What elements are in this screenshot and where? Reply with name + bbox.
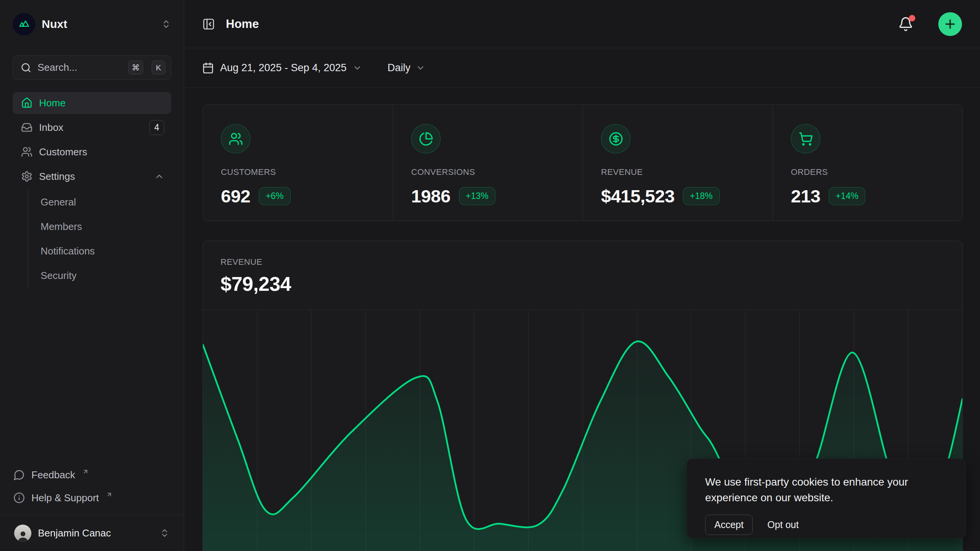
stat-value: 213 bbox=[791, 186, 820, 207]
date-range-picker[interactable]: Aug 21, 2025 - Sep 4, 2025 bbox=[202, 62, 362, 74]
stat-value: $415,523 bbox=[601, 186, 675, 207]
search-input[interactable]: Search... ⌘ K bbox=[13, 55, 171, 80]
inbox-count-badge: 4 bbox=[149, 120, 164, 135]
stat-card-revenue[interactable]: REVENUE $415,523 +18% bbox=[583, 105, 773, 221]
cookie-banner: We use first-party cookies to enhance yo… bbox=[686, 458, 966, 539]
sidebar-item-settings[interactable]: Settings bbox=[13, 165, 171, 187]
stats-cards: CUSTOMERS 692 +6% CONVERSIONS 1986 +13% bbox=[203, 104, 963, 221]
stat-value: 1986 bbox=[411, 186, 451, 207]
sidebar-item-notifications[interactable]: Notifications bbox=[28, 239, 171, 263]
sidebar-item-home[interactable]: Home bbox=[13, 92, 171, 114]
pie-chart-icon bbox=[411, 124, 441, 153]
sidebar-item-general[interactable]: General bbox=[28, 190, 171, 214]
sidebar-item-members[interactable]: Members bbox=[28, 214, 171, 239]
sidebar-item-label: Inbox bbox=[39, 122, 64, 134]
granularity-value: Daily bbox=[387, 62, 410, 74]
search-icon bbox=[21, 62, 31, 73]
chevron-down-icon bbox=[416, 63, 425, 73]
add-button[interactable] bbox=[938, 12, 962, 36]
help-support-link[interactable]: Help & Support bbox=[13, 486, 171, 509]
stat-delta-badge: +14% bbox=[829, 187, 865, 205]
dollar-circle-icon bbox=[601, 124, 630, 153]
feedback-link[interactable]: Feedback bbox=[13, 463, 171, 486]
stat-delta-badge: +13% bbox=[459, 187, 495, 205]
kbd-k: K bbox=[152, 60, 165, 75]
sidebar-nav: Home Inbox 4 Customers Settings Ge bbox=[13, 92, 171, 288]
kbd-meta: ⌘ bbox=[128, 60, 143, 75]
external-link-icon bbox=[82, 468, 89, 475]
nuxt-logo bbox=[13, 13, 35, 36]
revenue-chart-header: REVENUE $79,234 bbox=[203, 241, 962, 310]
subnav-label: Notifications bbox=[41, 245, 95, 257]
gear-icon bbox=[21, 171, 33, 182]
subnav-label: General bbox=[41, 196, 76, 208]
chevrons-up-down-icon bbox=[161, 19, 171, 29]
chevrons-up-down-icon bbox=[160, 528, 170, 538]
sidebar-item-label: Customers bbox=[39, 146, 87, 158]
sidebar-item-customers[interactable]: Customers bbox=[13, 141, 171, 163]
message-circle-icon bbox=[13, 469, 25, 481]
revenue-value: $79,234 bbox=[220, 272, 945, 295]
chevron-down-icon bbox=[353, 63, 362, 73]
stat-delta-badge: +18% bbox=[683, 187, 719, 205]
chevron-up-icon bbox=[154, 171, 164, 181]
external-link-icon bbox=[106, 491, 113, 498]
user-menu[interactable]: Benjamin Canac bbox=[13, 515, 171, 551]
cookie-accept-button[interactable]: Accept bbox=[705, 515, 753, 535]
panel-collapse-button[interactable] bbox=[202, 18, 215, 31]
feedback-label: Feedback bbox=[31, 469, 75, 481]
stat-card-orders[interactable]: ORDERS 213 +14% bbox=[773, 105, 962, 221]
sidebar-spacer bbox=[13, 288, 171, 463]
notifications-button[interactable] bbox=[898, 16, 913, 32]
date-range-value: Aug 21, 2025 - Sep 4, 2025 bbox=[220, 62, 346, 74]
settings-subnav: General Members Notifications Security bbox=[28, 190, 171, 288]
inbox-icon bbox=[21, 122, 33, 133]
sidebar-item-label: Home bbox=[39, 97, 65, 109]
sidebar-item-security[interactable]: Security bbox=[28, 263, 171, 288]
users-icon bbox=[21, 146, 33, 158]
page-title: Home bbox=[226, 17, 887, 31]
sidebar: Nuxt Search... ⌘ K Home Inbox 4 bbox=[0, 0, 184, 551]
calendar-icon bbox=[202, 62, 214, 74]
revenue-label: REVENUE bbox=[220, 257, 945, 267]
stat-label: CONVERSIONS bbox=[411, 167, 567, 177]
sidebar-item-label: Settings bbox=[39, 171, 75, 183]
stat-value: 692 bbox=[221, 186, 250, 207]
sidebar-item-inbox[interactable]: Inbox 4 bbox=[13, 116, 171, 139]
cookie-optout-button[interactable]: Opt out bbox=[767, 519, 799, 530]
stat-card-customers[interactable]: CUSTOMERS 692 +6% bbox=[203, 105, 393, 221]
filters-toolbar: Aug 21, 2025 - Sep 4, 2025 Daily bbox=[184, 48, 980, 88]
unread-dot bbox=[909, 15, 915, 21]
info-icon bbox=[13, 492, 25, 504]
shopping-cart-icon bbox=[791, 124, 820, 153]
users-icon bbox=[221, 124, 250, 153]
subnav-label: Security bbox=[41, 270, 77, 282]
granularity-select[interactable]: Daily bbox=[387, 62, 425, 74]
stat-delta-badge: +6% bbox=[259, 187, 291, 205]
stat-label: ORDERS bbox=[791, 167, 947, 177]
home-icon bbox=[21, 97, 33, 109]
help-support-label: Help & Support bbox=[31, 492, 99, 504]
page-header: Home bbox=[184, 0, 980, 48]
search-placeholder: Search... bbox=[38, 62, 120, 73]
subnav-label: Members bbox=[41, 221, 82, 233]
cookie-message: We use first-party cookies to enhance yo… bbox=[705, 474, 935, 505]
user-name: Benjamin Canac bbox=[38, 527, 153, 539]
stat-label: CUSTOMERS bbox=[221, 167, 377, 177]
workspace-switcher[interactable]: Nuxt bbox=[13, 8, 171, 41]
workspace-name: Nuxt bbox=[42, 18, 155, 31]
stat-label: REVENUE bbox=[601, 167, 757, 177]
plus-icon bbox=[943, 17, 957, 31]
stat-card-conversions[interactable]: CONVERSIONS 1986 +13% bbox=[393, 105, 583, 221]
avatar bbox=[14, 525, 31, 542]
